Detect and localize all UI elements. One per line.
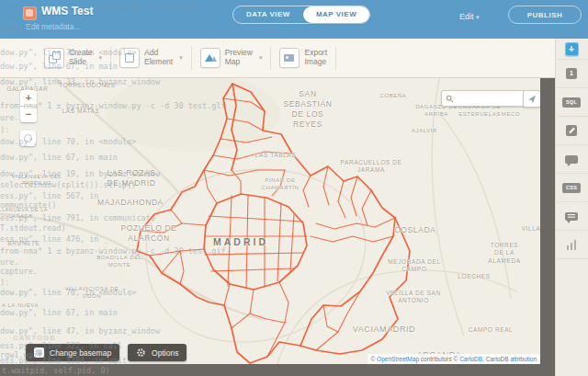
chevron-down-icon: ▾ [99, 54, 103, 62]
css-tab-button[interactable]: CSS [555, 174, 588, 202]
toolbar-divider [191, 46, 192, 70]
sql-tab-button[interactable]: SQL [555, 88, 588, 117]
infowindow-tab-button[interactable] [555, 145, 588, 174]
map-place-label: COBEÑA [380, 93, 407, 100]
gear-icon [136, 348, 146, 358]
options-label: Options [152, 348, 178, 358]
editor-header: WMS Test Edit metadata... DATA VIEW MAP … [0, 0, 588, 39]
layer-1-button[interactable]: 1 [555, 60, 588, 88]
zoom-control: + − [20, 90, 37, 122]
map-place-label: MEJORADA DEL CAMPO [388, 258, 440, 274]
export-image-icon [279, 48, 300, 68]
view-tabs: DATA VIEW MAP VIEW [232, 6, 370, 24]
layer-rail: + 1 SQL CSS [555, 39, 588, 376]
osm-link[interactable]: OpenStreetMap [377, 356, 419, 362]
window-gap-right [540, 78, 555, 364]
create-slide-label: Slide [69, 57, 86, 66]
attribution-text: contributors © [419, 356, 459, 362]
preview-map-icon [200, 48, 220, 68]
stats-tab-button[interactable] [555, 231, 588, 259]
edit-menu-label: Edit [459, 12, 474, 21]
geolocate-button[interactable] [523, 90, 540, 108]
map-place-label: LAS MATAS [62, 108, 100, 115]
toolbar-divider [335, 46, 336, 70]
legend-bubble-icon [565, 212, 578, 221]
map-place-label: BRUNETE [7, 240, 40, 247]
plus-icon: + [565, 42, 579, 56]
map-place-label: SAN SEBASTIÁN DE LOS REYES [283, 89, 332, 130]
add-element-button[interactable]: AddElement ▾ [119, 48, 183, 68]
map-bottom-controls: Change basemap Options [26, 344, 187, 361]
zoom-in-button[interactable]: + [20, 90, 37, 107]
map-place-label: VILLA [522, 225, 540, 233]
sql-icon: SQL [562, 97, 581, 108]
preview-map-label: Preview [225, 48, 253, 57]
map-place-label: LOECHES [458, 273, 490, 280]
wizard-tab-button[interactable] [555, 117, 588, 145]
map-place-label: PARACUELLOS DE JARAMA [341, 159, 402, 175]
attribution-link[interactable]: attribution [510, 356, 537, 362]
css-icon: CSS [562, 183, 581, 193]
add-element-icon [119, 48, 140, 68]
terminal-text-line: t.waitpid, self.pid, 0) [2, 366, 110, 375]
zoom-out-button[interactable]: − [20, 107, 37, 122]
layer-number-badge: 1 [566, 68, 577, 79]
change-basemap-button[interactable]: Change basemap [26, 344, 119, 361]
export-image-label: Export [304, 48, 327, 57]
pencil-icon [566, 125, 577, 136]
map-place-label: A LA NUEVA [2, 302, 39, 310]
chevron-down-icon: ▾ [259, 54, 263, 62]
chevron-down-icon: ▾ [476, 14, 480, 20]
map-place-label: BOADILLA DEL MONTE [96, 255, 142, 269]
map-attribution: © OpenStreetMap contributors © CartoDB, … [368, 354, 541, 364]
map-search [441, 90, 527, 107]
create-slide-label: Create [69, 48, 93, 57]
map-place-label: CAMPO REAL [469, 326, 514, 334]
legend-tab-button[interactable] [555, 202, 588, 231]
edit-metadata-link[interactable]: Edit metadata... [26, 22, 81, 31]
basemap-thumbnail-icon [34, 348, 44, 358]
chevron-down-icon: ▾ [179, 54, 183, 62]
search-input[interactable] [457, 95, 519, 103]
map-place-label: VILLAVICIOSA DE ODÓN [65, 286, 119, 301]
cartodb-link[interactable]: CartoDB [459, 356, 482, 362]
export-image-button[interactable]: ExportImage [279, 48, 327, 68]
map-place-label: MECO [502, 111, 520, 119]
map-place-label: LAS ROZAS DE MADRID [107, 168, 155, 188]
map-place-label: VILLANUEVA DEL PARDILLO [12, 174, 62, 187]
tab-data-view[interactable]: DATA VIEW [233, 6, 303, 23]
map-thumb-icon [26, 9, 33, 17]
change-basemap-label: Change basemap [50, 348, 111, 358]
map-place-label: TORRELODONES [59, 82, 116, 89]
locate-icon [24, 134, 32, 142]
add-layer-button[interactable]: + [555, 39, 588, 60]
map-place-label: COSLADA [395, 225, 436, 235]
export-image-label: Image [304, 57, 326, 66]
add-element-label: Element [144, 57, 173, 66]
back-to-dashboard-button[interactable] [23, 6, 37, 20]
map-place-label: POZUELO DE ALARCÓN [121, 223, 177, 244]
toolbar-divider [270, 46, 271, 70]
map-base-layer [0, 78, 540, 364]
preview-map-label: Map [225, 57, 241, 66]
map-secondary-control[interactable] [20, 131, 36, 146]
search-icon [446, 95, 454, 103]
visualization-title[interactable]: WMS Test [41, 5, 93, 17]
edit-menu[interactable]: Edit ▾ [459, 12, 480, 21]
terminal-strip: t.waitpid, self.pid, 0) [0, 364, 555, 376]
publish-button[interactable]: PUBLISH [508, 6, 582, 24]
create-slide-icon [44, 48, 64, 68]
speech-bubble-icon [565, 155, 578, 164]
map-place-label: VILLANUEVA DE LA CAÑADA [0, 207, 48, 220]
map-place-label: LAS TABLAS [255, 152, 296, 159]
map-place-label: AJALVIR [412, 128, 437, 135]
tab-map-view[interactable]: MAP VIEW [303, 6, 369, 23]
map-canvas[interactable]: GALAPAGARTORRELODONESLAS MATASSAN SEBAST… [0, 78, 540, 364]
add-element-label: Add [144, 48, 158, 57]
map-place-label: PINAR DE CHAMARTÍN [262, 177, 300, 192]
map-place-label: VACIAMADRID [353, 325, 415, 336]
preview-map-button[interactable]: PreviewMap ▾ [200, 48, 263, 68]
options-button[interactable]: Options [128, 344, 187, 361]
create-slide-button[interactable]: CreateSlide ▾ [44, 48, 102, 68]
attribution-text: , CartoDB [482, 356, 510, 362]
